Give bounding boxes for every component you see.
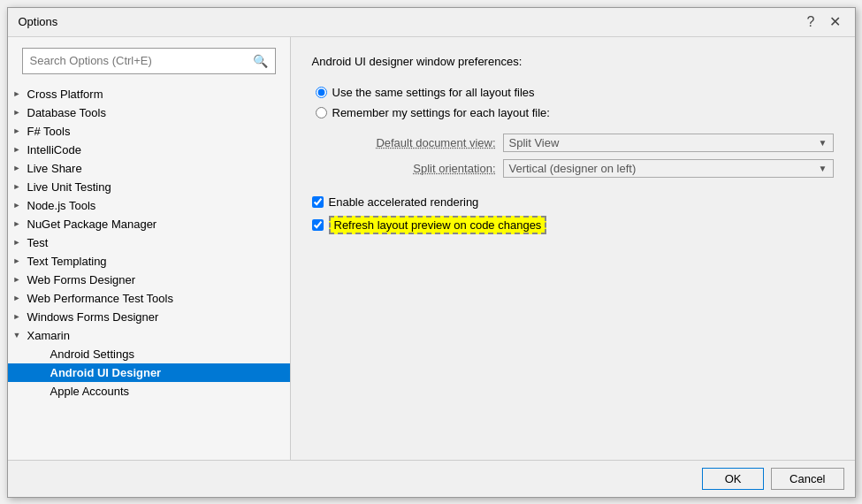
expand-arrow-icon: ► (13, 164, 27, 172)
checkbox-row-2: Refresh layout preview on code changes (312, 216, 834, 234)
tree-item[interactable]: ►Web Performance Test Tools (8, 289, 290, 308)
dropdown-arrow-icon2: ▼ (819, 164, 828, 173)
close-button[interactable]: ✕ (826, 15, 844, 29)
tree-item-label: Database Tools (27, 106, 106, 119)
tree-item[interactable]: ►Windows Forms Designer (8, 308, 290, 326)
tree-item-label: Live Unit Testing (27, 180, 111, 194)
tree-item[interactable]: Android Settings (8, 345, 290, 363)
tree-item[interactable]: ▼Xamarin (8, 326, 290, 345)
expand-arrow-icon: ► (13, 275, 27, 284)
expand-arrow-icon: ► (13, 182, 27, 191)
expand-arrow-icon: ► (13, 238, 27, 247)
help-button[interactable]: ? (804, 15, 819, 29)
section-title: Android UI designer window preferences: (312, 55, 834, 68)
radio-row-1: Use the same settings for all layout fil… (316, 86, 834, 99)
search-icon: 🔍 (253, 54, 268, 68)
tree-item-label: NuGet Package Manager (27, 218, 157, 231)
title-bar-controls: ? ✕ (804, 15, 844, 29)
radio-same-settings-label[interactable]: Use the same settings for all layout fil… (332, 86, 535, 99)
split-orient-value: Vertical (designer on left) (509, 162, 637, 175)
tree-item-label: Web Forms Designer (27, 273, 136, 286)
split-orient-dropdown[interactable]: Vertical (designer on left) ▼ (503, 159, 834, 178)
tree-item-label: Windows Forms Designer (27, 310, 159, 324)
tree-container: ►Cross Platform►Database Tools►F# Tools►… (8, 85, 290, 460)
tree-item[interactable]: Android UI Designer (8, 363, 290, 382)
tree-item[interactable]: ►Test (8, 233, 290, 252)
tree-item-label: Web Performance Test Tools (27, 292, 173, 305)
tree-item-label: Apple Accounts (50, 385, 130, 398)
expand-arrow-icon: ► (13, 219, 27, 228)
title-bar: Options ? ✕ (8, 8, 855, 37)
radio-row-2: Remember my settings for each layout fil… (316, 106, 834, 119)
options-dialog: Options ? ✕ 🔍 ►Cross Platform►Database T… (7, 7, 856, 498)
split-orient-label: Split orientation: (337, 159, 496, 178)
dialog-body: 🔍 ►Cross Platform►Database Tools►F# Tool… (8, 37, 855, 460)
radio-same-settings[interactable] (316, 87, 327, 98)
tree-item-label: Android UI Designer (50, 366, 162, 379)
expand-arrow-icon: ► (13, 256, 27, 265)
tree-item[interactable]: ►Node.js Tools (8, 196, 290, 215)
tree-item[interactable]: ►Live Unit Testing (8, 178, 290, 196)
tree-item[interactable]: ►F# Tools (8, 122, 290, 141)
collapse-arrow-icon: ▼ (13, 331, 27, 340)
tree-item[interactable]: ►NuGet Package Manager (8, 215, 290, 233)
checkbox-row-1: Enable accelerated rendering (312, 195, 834, 209)
tree-item-label: Xamarin (27, 329, 70, 342)
expand-arrow-icon: ► (13, 201, 27, 210)
tree-item[interactable]: ►Live Share (8, 159, 290, 178)
radio-remember-settings-label[interactable]: Remember my settings for each layout fil… (332, 106, 550, 119)
tree-item[interactable]: ►Cross Platform (8, 85, 290, 103)
right-panel: Android UI designer window preferences: … (291, 37, 855, 460)
expand-arrow-icon: ► (13, 89, 27, 98)
tree-item-label: IntelliCode (27, 143, 81, 157)
radio-remember-settings[interactable] (316, 107, 327, 118)
expand-arrow-icon: ► (13, 145, 27, 154)
refresh-layout-preview-checkbox[interactable] (312, 219, 324, 231)
checkbox-section: Enable accelerated rendering Refresh lay… (312, 195, 834, 234)
default-doc-value: Split View (509, 136, 560, 149)
tree-item-label: Cross Platform (27, 88, 103, 101)
tree-item[interactable]: ►IntelliCode (8, 141, 290, 159)
tree-item-label: Text Templating (27, 255, 107, 268)
tree-item-label: Node.js Tools (27, 199, 96, 212)
cancel-button[interactable]: Cancel (771, 468, 843, 490)
tree-item[interactable]: ►Web Forms Designer (8, 271, 290, 289)
search-input[interactable] (30, 54, 253, 67)
tree-item[interactable]: Apple Accounts (8, 382, 290, 401)
expand-arrow-icon: ► (13, 294, 27, 302)
refresh-layout-preview-label[interactable]: Refresh layout preview on code changes (329, 216, 547, 234)
tree-item-label: Android Settings (50, 347, 134, 361)
left-panel: 🔍 ►Cross Platform►Database Tools►F# Tool… (8, 37, 291, 460)
radio-group: Use the same settings for all layout fil… (316, 86, 834, 119)
ok-button[interactable]: OK (702, 468, 764, 490)
tree-item[interactable]: ►Text Templating (8, 252, 290, 271)
dropdown-arrow-icon: ▼ (819, 138, 828, 148)
tree-item-label: Test (27, 236, 49, 249)
tree-item-label: F# Tools (27, 125, 71, 138)
form-grid: Default document view: Split View ▼ Spli… (337, 134, 834, 178)
tree-item[interactable]: ►Database Tools (8, 103, 290, 122)
enable-accelerated-rendering-label[interactable]: Enable accelerated rendering (329, 195, 479, 209)
default-doc-label: Default document view: (337, 134, 496, 152)
dialog-title: Options (19, 15, 58, 28)
expand-arrow-icon: ► (13, 108, 27, 117)
dialog-footer: OK Cancel (8, 460, 855, 497)
enable-accelerated-rendering-checkbox[interactable] (312, 196, 324, 208)
expand-arrow-icon: ► (13, 312, 27, 321)
tree-item-label: Live Share (27, 162, 82, 175)
expand-arrow-icon: ► (13, 126, 27, 135)
search-box[interactable]: 🔍 (22, 48, 276, 74)
default-doc-dropdown[interactable]: Split View ▼ (503, 134, 834, 152)
